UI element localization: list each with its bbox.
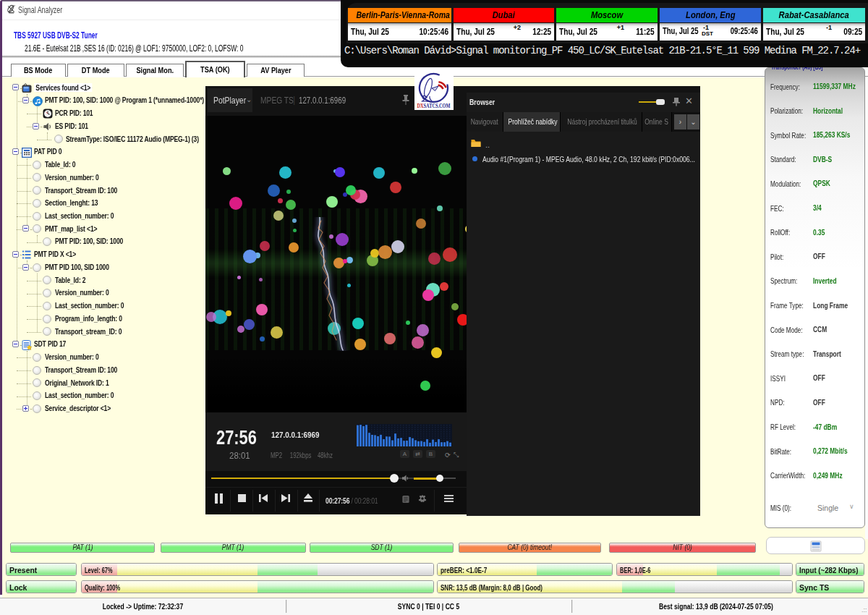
svg-text:DXSATCS.COM: DXSATCS.COM — [417, 103, 451, 109]
